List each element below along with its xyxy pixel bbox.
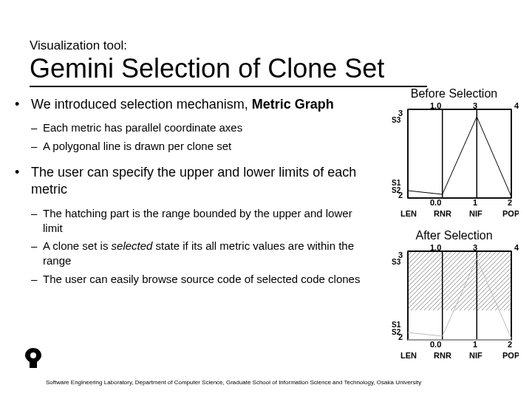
svg-text:S2: S2 xyxy=(392,186,401,194)
parallel-coords-before: 3 1.0 3 4 2 0.0 1 2 LEN RNR NIF POP S3 S… xyxy=(389,102,519,220)
bullet-1-bold: Metric Graph xyxy=(252,97,334,112)
chart-before-selection: Before Selection 3 1.0 3 4 2 0.0 1 2 LEN… xyxy=(389,87,519,220)
bullet-1-sub-1: Each metric has parallel coordinate axes xyxy=(31,120,369,135)
bullet-2: The user can specify the upper and lower… xyxy=(15,164,369,287)
svg-text:2: 2 xyxy=(508,198,512,207)
svg-text:POP: POP xyxy=(502,351,519,360)
svg-text:RNR: RNR xyxy=(434,209,451,218)
svg-text:NIF: NIF xyxy=(469,351,482,360)
bullet-2-sub-2: A clone set is selected state if its all… xyxy=(31,239,369,269)
bullet-2-sub-1: The hatching part is the range bounded b… xyxy=(31,206,369,236)
slide-title: Gemini Selection of Clone Set xyxy=(30,53,427,87)
bullet-1: We introduced selection mechanism, Metri… xyxy=(15,96,369,154)
svg-text:1: 1 xyxy=(473,198,477,207)
svg-text:1: 1 xyxy=(473,340,477,349)
parallel-coords-after: 3 1.0 3 4 2 0.0 1 2 LEN RNR NIF POP S3 S… xyxy=(389,244,519,362)
svg-text:S3: S3 xyxy=(392,258,401,266)
svg-text:S2: S2 xyxy=(392,328,401,336)
svg-text:NIF: NIF xyxy=(469,209,482,218)
svg-text:POP: POP xyxy=(502,209,519,218)
svg-text:2: 2 xyxy=(508,340,512,349)
chart-after-title: After Selection xyxy=(389,229,519,242)
svg-rect-0 xyxy=(408,109,511,198)
slide-body: We introduced selection mechanism, Metri… xyxy=(15,96,369,297)
footer-attribution: Software Engineering Laboratory, Departm… xyxy=(46,379,519,386)
svg-rect-20 xyxy=(408,251,511,310)
lab-logo-icon xyxy=(21,346,46,374)
svg-text:LEN: LEN xyxy=(400,351,417,360)
bullet-1-sub-2: A polygonal line is drawn per clone set xyxy=(31,139,369,154)
svg-text:0.0: 0.0 xyxy=(430,198,441,207)
chart-before-title: Before Selection xyxy=(389,87,519,100)
svg-text:S3: S3 xyxy=(392,116,401,124)
slide-subtitle: Visualization tool: xyxy=(30,38,127,53)
svg-text:4: 4 xyxy=(514,102,519,110)
chart-after-selection: After Selection 3 1.0 3 4 2 0.0 1 2 xyxy=(389,229,519,362)
bullet-1-text: We introduced selection mechanism, xyxy=(31,97,252,112)
bullet-2-sub-3: The user can easily browse source code o… xyxy=(31,272,369,287)
svg-text:LEN: LEN xyxy=(400,209,417,218)
bullet-2-text: The user can specify the upper and lower… xyxy=(31,165,356,197)
svg-text:RNR: RNR xyxy=(434,351,451,360)
svg-text:4: 4 xyxy=(514,244,519,252)
svg-text:0.0: 0.0 xyxy=(430,340,441,349)
